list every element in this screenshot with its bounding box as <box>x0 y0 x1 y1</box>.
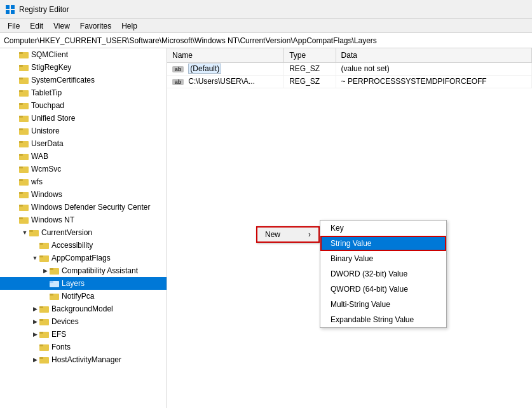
folder-icon <box>19 63 29 72</box>
svg-rect-51 <box>39 344 43 346</box>
folder-icon <box>39 241 50 250</box>
expand-arrow-appcompat[interactable]: ▼ <box>31 252 39 264</box>
sidebar-label: Unified Store <box>31 114 75 123</box>
submenu-item-multistring-value[interactable]: Multi-String Value <box>320 297 446 312</box>
menu-favorites[interactable]: Favorites <box>75 20 116 32</box>
col-data[interactable]: Data <box>336 48 531 62</box>
folder-icon <box>19 126 29 135</box>
expand-arrow-currentversion[interactable]: ▼ <box>20 226 29 239</box>
menu-view[interactable]: View <box>48 20 75 32</box>
folder-icon <box>19 203 29 212</box>
sidebar-item-wcmsvc[interactable]: WcmSvc <box>0 163 167 175</box>
sidebar-item-appcompatflags[interactable]: ▼ AppCompatFlags <box>0 252 167 264</box>
folder-icon <box>19 76 29 85</box>
sidebar-item-touchpad[interactable]: Touchpad <box>0 99 167 112</box>
svg-rect-33 <box>29 230 33 232</box>
sidebar-item-unistore[interactable]: Unistore <box>0 125 167 137</box>
sidebar-label: Windows NT <box>31 215 74 224</box>
sidebar-item-hostactivitymanager[interactable]: ▶ HostActivityManager <box>0 353 167 366</box>
sidebar-item-devices[interactable]: ▶ Devices <box>0 315 167 328</box>
svg-rect-41 <box>50 281 53 283</box>
sidebar-label: SystemCertificates <box>31 76 95 85</box>
sidebar-item-wab[interactable]: WAB <box>0 150 167 163</box>
sidebar-item-compatassistant[interactable]: ▶ Compatibility Assistant <box>0 264 167 277</box>
svg-rect-23 <box>19 167 23 168</box>
col-name[interactable]: Name <box>167 48 284 62</box>
menu-help[interactable]: Help <box>116 20 142 32</box>
svg-rect-2 <box>6 10 10 14</box>
svg-rect-5 <box>19 52 23 54</box>
default-key-label: (Default) <box>188 64 221 74</box>
sidebar-label: Touchpad <box>31 101 64 110</box>
submenu-item-key[interactable]: Key <box>320 221 446 236</box>
folder-icon <box>19 88 29 97</box>
sidebar-item-currentversion[interactable]: ▼ CurrentVersion <box>0 226 167 239</box>
sidebar-item-wdsc[interactable]: Windows Defender Security Center <box>0 201 167 214</box>
sidebar-item-layers[interactable]: Layers <box>0 277 167 290</box>
menu-file[interactable]: File <box>3 20 25 32</box>
sidebar-item-accessibility[interactable]: Accessibility <box>0 239 167 252</box>
svg-rect-19 <box>19 141 23 143</box>
sidebar-item-backgroundmodel[interactable]: ▶ BackgroundModel <box>0 303 167 315</box>
col-type[interactable]: Type <box>284 48 336 62</box>
submenu-item-string-value[interactable]: String Value <box>320 236 446 251</box>
submenu-item-expandable-string-value[interactable]: Expandable String Value <box>320 312 446 327</box>
sidebar-label: WAB <box>31 152 48 161</box>
context-menu-overlay: New › Key String Value Binary Value DWOR… <box>256 226 320 243</box>
sidebar-label: wfs <box>31 177 43 186</box>
expand-arrow-ham[interactable]: ▶ <box>31 353 39 366</box>
sidebar-label: Windows Defender Security Center <box>31 203 150 212</box>
sidebar-item-stigregkey[interactable]: StigRegKey <box>0 61 167 74</box>
folder-icon <box>19 101 29 110</box>
svg-rect-3 <box>11 10 15 14</box>
menu-edit[interactable]: Edit <box>25 20 48 32</box>
table-row[interactable]: ab (Default) REG_SZ (value not set) <box>167 62 532 75</box>
submenu-item-dword-value[interactable]: DWORD (32-bit) Value <box>320 266 446 282</box>
sidebar-label: Devices <box>51 317 79 326</box>
sidebar-item-userdata[interactable]: UserData <box>0 137 167 150</box>
row-name[interactable]: ab C:\Users\USER\A... <box>167 75 284 88</box>
folder-icon <box>39 343 50 351</box>
sidebar-item-fonts[interactable]: Fonts <box>0 341 167 353</box>
new-context-button[interactable]: New › <box>256 226 320 243</box>
sidebar-label: TabletTip <box>31 88 62 97</box>
svg-rect-9 <box>19 78 23 79</box>
app-icon <box>5 4 15 15</box>
expand-arrow-bgmodel[interactable]: ▶ <box>31 303 39 315</box>
sidebar-item-wfs[interactable]: wfs <box>0 175 167 188</box>
expand-arrow-efs[interactable]: ▶ <box>31 328 39 341</box>
submenu-item-binary-value[interactable]: Binary Value <box>320 251 446 266</box>
sidebar-label: NotifyPca <box>62 292 94 301</box>
folder-icon <box>50 292 60 301</box>
sidebar-item-systemcerts[interactable]: SystemCertificates <box>0 74 167 86</box>
svg-rect-13 <box>19 103 23 105</box>
sidebar-item-tablettip[interactable]: TabletTip <box>0 86 167 99</box>
row-name[interactable]: ab (Default) <box>167 62 284 75</box>
expand-arrow-devices[interactable]: ▶ <box>31 315 39 328</box>
sidebar-item-windowsnt[interactable]: Windows NT <box>0 214 167 226</box>
expand-arrow-compat[interactable]: ▶ <box>41 264 50 277</box>
sidebar-item-unifiedstore[interactable]: Unified Store <box>0 112 167 125</box>
row-type: REG_SZ <box>284 62 336 75</box>
svg-rect-43 <box>50 294 53 296</box>
sidebar-item-sqmclient[interactable]: SQMClient <box>0 48 167 61</box>
reg-type-badge: ab <box>172 79 184 85</box>
svg-rect-27 <box>19 192 23 194</box>
row-type: REG_SZ <box>284 75 336 88</box>
folder-icon <box>39 304 50 313</box>
svg-rect-21 <box>19 154 23 156</box>
svg-rect-7 <box>19 65 23 67</box>
folder-icon <box>50 266 60 275</box>
sidebar-item-notifypca[interactable]: NotifyPca <box>0 290 167 303</box>
sidebar-item-windows[interactable]: Windows <box>0 188 167 201</box>
sidebar: SQMClient StigRegKey SystemCertificates … <box>0 48 167 408</box>
folder-icon <box>50 279 60 288</box>
folder-icon <box>39 317 50 326</box>
row-data: ~ PERPROCESSSYSTEMDPIFORCEOFF <box>336 75 531 88</box>
submenu-item-qword-value[interactable]: QWORD (64-bit) Value <box>320 282 446 297</box>
folder-icon <box>39 330 50 339</box>
folder-icon <box>19 152 29 161</box>
sidebar-label: WcmSvc <box>31 165 61 173</box>
table-row[interactable]: ab C:\Users\USER\A... REG_SZ ~ PERPROCES… <box>167 75 532 88</box>
sidebar-item-efs[interactable]: ▶ EFS <box>0 328 167 341</box>
